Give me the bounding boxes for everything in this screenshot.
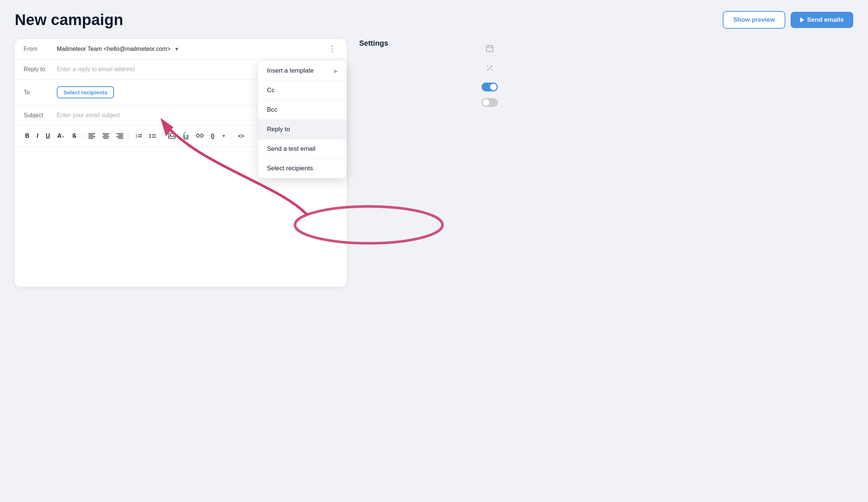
- svg-rect-11: [118, 138, 123, 139]
- toolbar-divider-2: [129, 132, 129, 140]
- svg-rect-10: [117, 136, 123, 137]
- source-button[interactable]: <>: [235, 131, 247, 141]
- svg-rect-0: [88, 133, 95, 134]
- text-color-button[interactable]: A▼: [55, 131, 68, 141]
- align-right-button[interactable]: [114, 131, 126, 141]
- dropdown-item-select-recipients[interactable]: Select recipients: [258, 159, 347, 178]
- svg-rect-2: [88, 136, 95, 137]
- underline-button[interactable]: U: [43, 131, 53, 141]
- variable-button[interactable]: {}: [208, 131, 217, 141]
- from-label: From: [24, 46, 57, 52]
- settings-sidebar: Settings: [358, 39, 476, 287]
- toggle-on-button[interactable]: [482, 83, 498, 91]
- svg-rect-19: [169, 133, 175, 139]
- strikethrough-button[interactable]: S: [69, 131, 79, 141]
- three-dots-button[interactable]: ⋮: [325, 43, 339, 55]
- svg-rect-7: [103, 138, 108, 139]
- from-field: From Mailmeteor Team <hello@mailmeteor.c…: [15, 39, 347, 59]
- svg-rect-5: [103, 135, 108, 136]
- subject-label: Subject: [24, 112, 57, 119]
- link-button[interactable]: [193, 131, 206, 141]
- right-icons-column: [482, 39, 498, 287]
- svg-rect-1: [88, 135, 93, 136]
- calendar-icon-button[interactable]: [484, 43, 495, 56]
- svg-rect-3: [88, 138, 93, 139]
- select-recipients-button[interactable]: Select recipients: [57, 86, 114, 98]
- svg-rect-22: [486, 46, 493, 52]
- wand-icon-button[interactable]: [484, 63, 495, 76]
- main-layout: From Mailmeteor Team <hello@mailmeteor.c…: [15, 39, 853, 287]
- svg-point-30: [492, 69, 493, 70]
- svg-rect-4: [103, 133, 109, 134]
- send-icon: [800, 17, 804, 22]
- svg-point-15: [149, 134, 151, 136]
- italic-button[interactable]: I: [34, 131, 41, 141]
- align-center-button[interactable]: [100, 131, 112, 141]
- to-label: To: [24, 89, 57, 96]
- align-left-button[interactable]: [86, 131, 98, 141]
- svg-point-16: [149, 136, 151, 138]
- dropdown-item-cc[interactable]: Cc: [258, 81, 347, 100]
- dropdown-item-insert-template[interactable]: Insert a template ▶: [258, 61, 347, 80]
- header-actions: Show preview Send emails: [723, 11, 853, 29]
- from-value: Mailmeteor Team <hello@mailmeteor.com> ▼: [57, 46, 338, 52]
- toolbar-divider-1: [82, 132, 83, 140]
- ordered-list-button[interactable]: 1.: [132, 131, 145, 141]
- svg-rect-9: [118, 135, 123, 136]
- svg-rect-17: [152, 135, 156, 135]
- show-preview-button[interactable]: Show preview: [723, 11, 785, 29]
- from-chevron-icon: ▼: [174, 46, 180, 52]
- unordered-list-button[interactable]: [146, 131, 159, 141]
- svg-text:1.: 1.: [135, 134, 139, 138]
- settings-title: Settings: [358, 39, 476, 48]
- header: New campaign Show preview Send emails: [15, 11, 853, 29]
- image-button[interactable]: [165, 131, 178, 141]
- page-title: New campaign: [15, 11, 123, 29]
- svg-rect-18: [152, 137, 156, 137]
- variable-dropdown-button[interactable]: ▼: [219, 131, 229, 141]
- dropdown-menu: Insert a template ▶ Cc Bcc Reply to Send…: [258, 61, 347, 178]
- subject-placeholder[interactable]: Enter your email subject: [57, 112, 120, 119]
- reply-to-placeholder[interactable]: Enter a reply to email address: [57, 66, 135, 73]
- svg-rect-13: [138, 135, 142, 135]
- svg-rect-14: [138, 136, 142, 137]
- reply-to-label: Reply to: [24, 66, 57, 73]
- send-emails-button[interactable]: Send emails: [791, 12, 853, 28]
- svg-rect-6: [103, 136, 109, 137]
- svg-point-29: [487, 66, 488, 67]
- toggle-off-button[interactable]: [482, 98, 498, 107]
- attachment-button[interactable]: [180, 130, 192, 142]
- toolbar-divider-3: [162, 132, 162, 140]
- toolbar-divider-4: [232, 132, 232, 140]
- bold-button[interactable]: B: [22, 131, 32, 141]
- composer-card: From Mailmeteor Team <hello@mailmeteor.c…: [15, 39, 347, 287]
- dropdown-item-reply-to[interactable]: Reply to: [258, 120, 347, 139]
- dropdown-item-bcc[interactable]: Bcc: [258, 100, 347, 119]
- dropdown-item-send-test[interactable]: Send a test email: [258, 139, 347, 158]
- svg-rect-8: [117, 133, 123, 134]
- chevron-right-icon: ▶: [334, 68, 338, 74]
- svg-line-26: [487, 67, 491, 71]
